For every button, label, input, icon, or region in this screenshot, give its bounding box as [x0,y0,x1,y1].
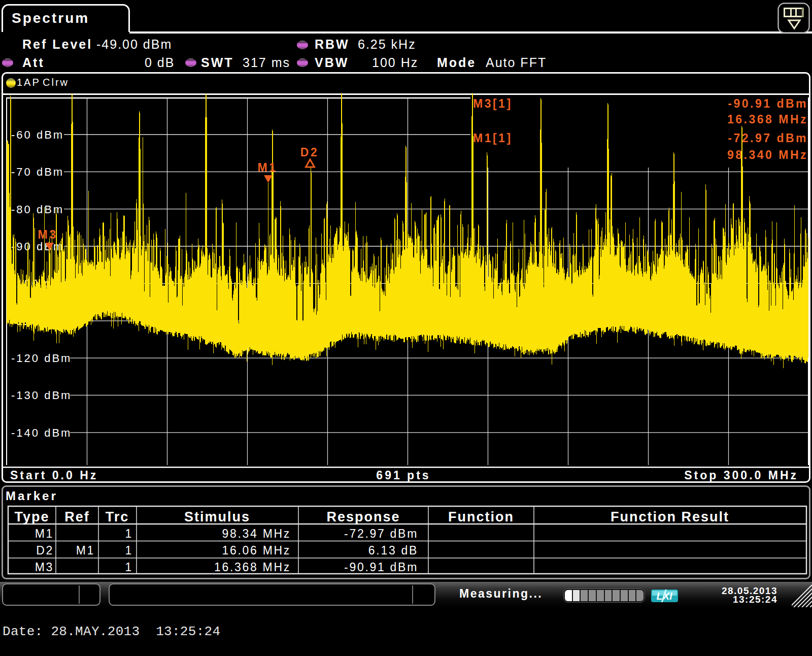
svg-text:-130 dBm: -130 dBm [11,389,72,402]
svg-text:-70 dBm: -70 dBm [11,166,64,178]
svg-text:16.368 MHz: 16.368 MHz [727,113,808,126]
svg-text:M3: M3 [38,228,58,241]
svg-text:-90.91 dBm: -90.91 dBm [728,97,808,110]
svg-text:D2: D2 [300,146,319,159]
svg-text:-140 dBm: -140 dBm [11,427,72,439]
svg-text:M1[1]: M1[1] [473,132,513,145]
svg-text:Start 0.0 Hz: Start 0.0 Hz [10,469,98,482]
svg-text:691 pts: 691 pts [376,469,430,482]
svg-text:98.340 MHz: 98.340 MHz [727,148,808,161]
svg-text:-60 dBm: -60 dBm [11,128,64,141]
svg-text:M3[1]: M3[1] [473,97,513,110]
svg-text:M1: M1 [258,161,278,174]
svg-text:Stop 300.0 MHz: Stop 300.0 MHz [684,469,798,482]
svg-text:-72.97 dBm: -72.97 dBm [728,132,808,145]
svg-text:-120 dBm: -120 dBm [11,352,72,365]
